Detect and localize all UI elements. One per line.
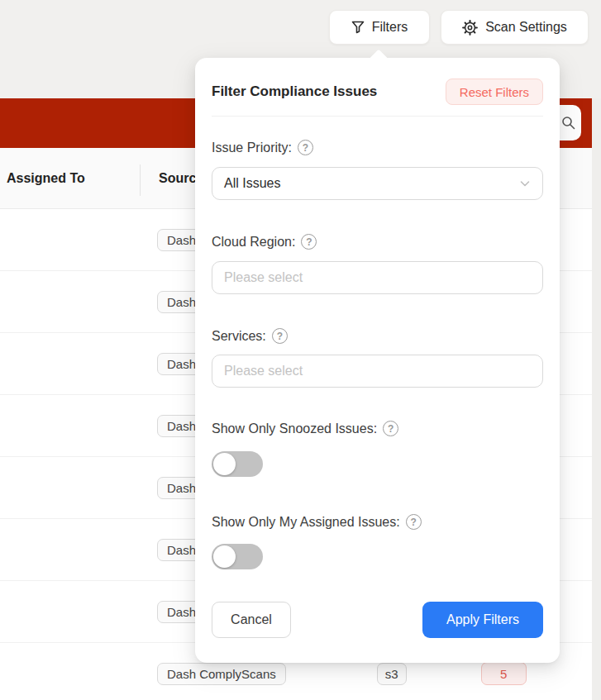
popover-header: Filter Compliance Issues Reset Filters [212, 79, 543, 105]
issue-priority-label: Issue Priority: [212, 140, 292, 155]
issue-count-badge: 5 [481, 662, 527, 685]
popover-title: Filter Compliance Issues [212, 83, 377, 100]
toggle-knob [213, 453, 236, 475]
popover-footer: Cancel Apply Filters [212, 602, 543, 638]
assigned-label-row: Show Only My Assigned Issues: ? [212, 514, 543, 530]
source-chip: Dash ComplyScans [157, 663, 286, 685]
gear-icon [462, 20, 478, 36]
column-header-assigned-to[interactable]: Assigned To [7, 148, 85, 209]
app-screen: Filters [0, 0, 601, 700]
services-select[interactable]: Please select [212, 355, 543, 388]
snoozed-label: Show Only Snoozed Issues: [212, 421, 377, 436]
services-label: Services: [212, 329, 266, 344]
help-icon[interactable]: ? [272, 328, 288, 344]
cloud-region-label: Cloud Region: [212, 235, 295, 250]
page-right-gutter [592, 98, 601, 700]
scan-settings-button-label: Scan Settings [485, 20, 567, 35]
cloud-region-select[interactable]: Please select [212, 261, 543, 294]
assigned-label: Show Only My Assigned Issues: [212, 515, 400, 530]
cancel-button[interactable]: Cancel [212, 602, 291, 638]
help-icon[interactable]: ? [383, 421, 398, 436]
popover-divider [212, 116, 543, 117]
help-icon[interactable]: ? [301, 234, 317, 250]
chevron-down-icon [519, 178, 531, 189]
column-separator [140, 164, 141, 196]
issue-priority-value: All Issues [224, 176, 280, 191]
service-chip: s3 [377, 663, 407, 685]
cloud-region-label-row: Cloud Region: ? [212, 234, 543, 250]
snoozed-toggle[interactable] [212, 451, 263, 477]
help-icon[interactable]: ? [298, 140, 313, 155]
cloud-region-placeholder: Please select [224, 270, 303, 285]
reset-filters-button[interactable]: Reset Filters [446, 79, 543, 105]
services-placeholder: Please select [224, 364, 303, 379]
filter-funnel-icon [351, 21, 365, 34]
services-label-row: Services: ? [212, 328, 543, 344]
help-icon[interactable]: ? [406, 514, 422, 530]
issue-priority-label-row: Issue Priority: ? [212, 140, 543, 155]
filters-button[interactable]: Filters [329, 10, 430, 45]
scan-settings-button[interactable]: Scan Settings [441, 10, 589, 45]
issue-priority-select[interactable]: All Issues [212, 167, 543, 200]
apply-filters-button[interactable]: Apply Filters [422, 602, 543, 638]
filters-button-label: Filters [372, 20, 408, 35]
snoozed-label-row: Show Only Snoozed Issues: ? [212, 421, 543, 436]
assigned-toggle[interactable] [212, 544, 263, 569]
toggle-knob [213, 545, 236, 568]
filter-popover: Filter Compliance Issues Reset Filters I… [195, 58, 560, 663]
search-icon [561, 116, 575, 130]
